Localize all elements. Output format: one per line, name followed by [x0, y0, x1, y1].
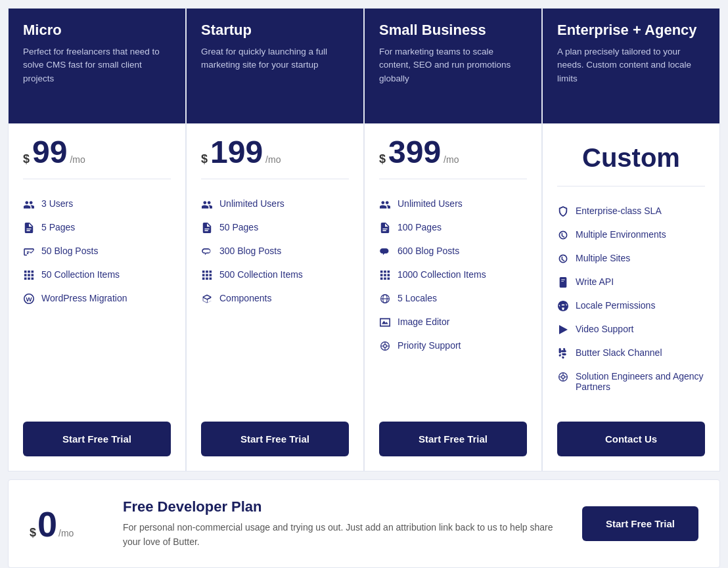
price-period: /mo: [444, 154, 459, 165]
feature-label: Solution Engineers and Agency Partners: [576, 371, 705, 392]
feature-label: 5 Pages: [41, 222, 75, 232]
blog-icon: [379, 246, 391, 257]
free-plan-title: Free Developer Plan: [123, 498, 561, 515]
feature-label: Write API: [576, 276, 614, 287]
price-period: /mo: [70, 154, 85, 165]
plan-micro: Micro Perfect for freelancers that need …: [8, 8, 186, 471]
feature-pages: 5 Pages: [23, 216, 171, 240]
feature-label: Butter Slack Channel: [576, 347, 662, 358]
free-plan-content: Free Developer Plan For personal non-com…: [123, 498, 561, 549]
feature-wordpress: W WordPress Migration: [23, 287, 171, 311]
wordpress-icon: W: [23, 293, 35, 305]
plan-sb-footer: Start Free Trial: [365, 411, 541, 471]
plan-startup-footer: Start Free Trial: [187, 411, 363, 471]
free-dollar: $: [30, 526, 36, 540]
feature-components: Components: [201, 287, 349, 311]
feature-label: 600 Blog Posts: [398, 246, 459, 256]
plan-startup-body: $ 199 /mo Unlimited Users 50 Pages: [187, 123, 363, 411]
users-icon: [23, 198, 35, 210]
pages-icon: [23, 222, 35, 234]
free-plan-btn-wrap: Start Free Trial: [582, 506, 698, 541]
sla-icon: [557, 206, 569, 217]
feature-label: 5 Locales: [398, 293, 437, 303]
components-icon: [201, 293, 213, 305]
enterprise-cta-button[interactable]: Contact Us: [557, 422, 705, 456]
plan-sb-price: $ 399 /mo: [379, 137, 527, 179]
feature-label: 300 Blog Posts: [219, 246, 281, 256]
feature-label: 50 Blog Posts: [41, 246, 98, 256]
support-icon: [379, 340, 391, 352]
free-plan-section: $ 0 /mo Free Developer Plan For personal…: [8, 479, 720, 568]
plan-startup-header: Startup Great for quickly launching a fu…: [187, 9, 363, 123]
feature-label: Video Support: [576, 324, 633, 334]
sb-cta-button[interactable]: Start Free Trial: [379, 422, 527, 456]
feature-api: Write API: [557, 271, 705, 294]
feature-blog: 600 Blog Posts: [379, 240, 527, 263]
plan-sb-desc: For marketing teams to scale content, SE…: [379, 45, 527, 85]
plan-startup: Startup Great for quickly launching a fu…: [186, 8, 364, 471]
feature-collection: 1000 Collection Items: [379, 263, 527, 287]
feature-locales: 5 Locales: [379, 287, 527, 311]
feature-label: 50 Collection Items: [41, 269, 120, 280]
feature-label: Components: [219, 293, 271, 303]
feature-label: Multiple Sites: [576, 253, 630, 263]
plan-sb-name: Small Business: [379, 22, 527, 39]
svg-point-6: [384, 345, 387, 348]
plan-micro-features: 3 Users 5 Pages 50 Blog Posts: [23, 192, 171, 398]
image-icon: [379, 317, 391, 328]
startup-cta-button[interactable]: Start Free Trial: [201, 422, 349, 456]
plan-micro-name: Micro: [23, 22, 171, 39]
plan-enterprise: Enterprise + Agency A plan precisely tai…: [542, 8, 720, 471]
pages-icon: [201, 222, 213, 234]
plan-startup-price: $ 199 /mo: [201, 137, 349, 179]
sites-icon: [557, 253, 569, 265]
free-plan-cta-button[interactable]: Start Free Trial: [582, 506, 698, 541]
collection-icon: [23, 269, 35, 281]
plan-sb-header: Small Business For marketing teams to sc…: [365, 9, 541, 123]
price-amount: 199: [210, 137, 263, 168]
feature-label: Image Editor: [398, 317, 449, 327]
plan-enterprise-name: Enterprise + Agency: [557, 22, 705, 39]
api-icon: [557, 276, 569, 288]
plan-enterprise-desc: A plan precisely tailored to your needs.…: [557, 45, 705, 85]
plan-enterprise-footer: Contact Us: [543, 411, 719, 471]
locale-perm-icon: [557, 300, 569, 312]
collection-icon: [379, 269, 391, 281]
svg-text:W: W: [26, 295, 32, 303]
price-dollar: $: [379, 152, 386, 166]
feature-label: Enterprise-class SLA: [576, 206, 662, 216]
feature-pages: 50 Pages: [201, 216, 349, 240]
pricing-grid: Micro Perfect for freelancers that need …: [8, 8, 720, 471]
pages-icon: [379, 222, 391, 234]
locales-icon: [379, 293, 391, 305]
feature-label: Unlimited Users: [219, 198, 284, 209]
plan-startup-desc: Great for quickly launching a full marke…: [201, 45, 349, 72]
feature-label: Priority Support: [398, 340, 461, 351]
micro-cta-button[interactable]: Start Free Trial: [23, 422, 171, 456]
price-amount: 99: [32, 137, 67, 168]
feature-blog: 300 Blog Posts: [201, 240, 349, 263]
feature-image: Image Editor: [379, 311, 527, 334]
feature-solution: Solution Engineers and Agency Partners: [557, 365, 705, 398]
plan-enterprise-price: Custom: [557, 137, 705, 186]
plan-micro-desc: Perfect for freelancers that need to sol…: [23, 45, 171, 85]
plan-enterprise-header: Enterprise + Agency A plan precisely tai…: [543, 9, 719, 123]
plan-enterprise-body: Custom Enterprise-class SLA Multiple Env…: [543, 123, 719, 411]
feature-users: Unlimited Users: [379, 192, 527, 216]
price-amount: 399: [388, 137, 441, 168]
plan-startup-name: Startup: [201, 22, 349, 39]
plan-micro-price: $ 99 /mo: [23, 137, 171, 179]
feature-label: 50 Pages: [219, 222, 258, 232]
plan-sb-features: Unlimited Users 100 Pages 600 Blog Posts: [379, 192, 527, 398]
free-plan-desc: For personal non-commercial usage and tr…: [123, 521, 561, 549]
feature-slack: Butter Slack Channel: [557, 341, 705, 365]
plan-micro-body: $ 99 /mo 3 Users 5 Pages: [9, 123, 185, 411]
plan-micro-footer: Start Free Trial: [9, 411, 185, 471]
feature-label: 1000 Collection Items: [398, 269, 486, 280]
feature-environments: Multiple Environments: [557, 223, 705, 247]
free-plan-price: $ 0 /mo: [30, 506, 102, 542]
feature-collection: 500 Collection Items: [201, 263, 349, 287]
plan-enterprise-features: Enterprise-class SLA Multiple Environmen…: [557, 200, 705, 398]
environments-icon: [557, 229, 569, 241]
feature-blog: 50 Blog Posts: [23, 240, 171, 263]
